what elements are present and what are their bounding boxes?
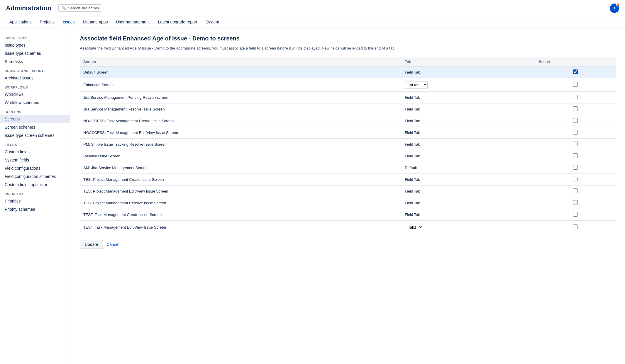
sidebar-item-system-fields[interactable]: System fields <box>0 156 70 164</box>
col-screen-header: Screen <box>80 57 401 67</box>
cell-select[interactable] <box>535 209 616 220</box>
table-row: Default ScreenField Tab <box>80 66 616 78</box>
cell-tab: Field Tab <box>401 127 535 138</box>
cell-tab: Field Tab <box>401 103 535 115</box>
tab-select-1[interactable]: 1st tab2nd tab3rd tab <box>405 81 428 89</box>
sidebar-item-issue-types[interactable]: Issue types <box>0 41 70 49</box>
sidebar-section-browse-and-export: Browse and Export <box>0 66 70 74</box>
row-checkbox-8[interactable] <box>573 165 578 170</box>
row-checkbox-13[interactable] <box>573 224 578 229</box>
sidebar-item-archived-issues[interactable]: Archived issues <box>0 74 70 82</box>
table-row: SM: Jira Service Management ScreenDefaul… <box>80 162 616 174</box>
navbar: ApplicationsProjectsIssuesManage appsUse… <box>0 16 625 28</box>
cell-select[interactable] <box>535 174 616 185</box>
cell-tab: Field Tab <box>401 138 535 150</box>
table-row: TEST: Task Management Create Issue Scree… <box>80 209 616 220</box>
nav-item-issues[interactable]: Issues <box>59 17 78 27</box>
row-checkbox-9[interactable] <box>573 177 578 181</box>
sidebar-item-screen-schemes[interactable]: Screen schemes <box>0 123 70 131</box>
sidebar-item-workflows[interactable]: Workflows <box>0 90 70 98</box>
table-row: TEST: Task Management Edit/View Issue Sc… <box>80 220 616 234</box>
sidebar-item-priority-schemes[interactable]: Priority schemes <box>0 205 70 213</box>
table-row: PM: Simple Issue Tracking Resolve Issue … <box>80 138 616 150</box>
nav-item-applications[interactable]: Applications <box>6 17 35 27</box>
cell-select[interactable] <box>535 115 616 127</box>
row-checkbox-6[interactable] <box>573 142 578 146</box>
notification-badge[interactable]: 1 <box>610 4 619 13</box>
notification-dot <box>616 3 620 6</box>
nav-item-manage-apps[interactable]: Manage apps <box>79 17 111 27</box>
row-checkbox-2[interactable] <box>573 95 578 99</box>
cancel-button[interactable]: Cancel <box>106 240 119 249</box>
search-label: Search Jira admin <box>68 6 99 10</box>
search-icon: 🔍 <box>62 6 66 10</box>
nav-item-latest-upgrade-report[interactable]: Latest upgrade report <box>155 17 201 27</box>
cell-select[interactable] <box>535 103 616 115</box>
row-checkbox-0[interactable] <box>573 69 578 74</box>
cell-tab[interactable]: Tab1Tab2 <box>401 220 535 234</box>
row-checkbox-10[interactable] <box>573 188 578 193</box>
cell-tab: Field Tab <box>401 150 535 162</box>
cell-select[interactable] <box>535 91 616 103</box>
table-row: NOACCESS: Task Management Edit/View Issu… <box>80 127 616 138</box>
sidebar-item-field-configuration-schemes[interactable]: Field configuration schemes <box>0 172 70 181</box>
cell-tab: Field Tab <box>401 197 535 209</box>
sidebar-item-screens[interactable]: Screens <box>0 115 70 123</box>
sidebar-item-field-configurations[interactable]: Field configurations <box>0 164 70 172</box>
sidebar-item-issue-type-screen-schemes[interactable]: Issue type screen schemes <box>0 131 70 140</box>
cell-select[interactable] <box>535 197 616 209</box>
sidebar-item-custom-fields-optimizer[interactable]: Custom fields optimizer <box>0 181 70 189</box>
tab-select-13[interactable]: Tab1Tab2 <box>405 224 423 231</box>
table-row: TES: Project Management Edit/View Issue … <box>80 185 616 197</box>
cell-select[interactable] <box>535 66 616 78</box>
sidebar-section-screens: Screens <box>0 107 70 115</box>
cell-select[interactable] <box>535 185 616 197</box>
row-checkbox-5[interactable] <box>573 130 578 135</box>
row-checkbox-7[interactable] <box>573 153 578 158</box>
cell-screen: Resolve Issue Screen <box>80 150 401 162</box>
row-checkbox-12[interactable] <box>573 212 578 217</box>
cell-select[interactable] <box>535 78 616 91</box>
notification-count: 1 <box>614 6 616 10</box>
table-row: Enhanced Screen1st tab2nd tab3rd tab <box>80 78 616 91</box>
cell-screen: TES: Project Management Resolve Issue Sc… <box>80 197 401 209</box>
cell-tab[interactable]: 1st tab2nd tab3rd tab <box>401 78 535 91</box>
row-checkbox-1[interactable] <box>573 82 578 87</box>
table-row: TES: Project Management Create Issue Scr… <box>80 174 616 185</box>
cell-screen: Jira Service Management Resolve Issue Sc… <box>80 103 401 115</box>
table-row: NOACCESS: Task Management Create Issue S… <box>80 115 616 127</box>
cell-select[interactable] <box>535 138 616 150</box>
cell-tab: Field Tab <box>401 66 535 78</box>
cell-screen: TEST: Task Management Edit/View Issue Sc… <box>80 220 401 234</box>
sidebar-item-issue-type-schemes[interactable]: Issue type schemes <box>0 49 70 57</box>
notification-circle: 1 <box>610 4 619 13</box>
sidebar-item-priorities[interactable]: Priorities <box>0 197 70 205</box>
row-checkbox-11[interactable] <box>573 200 578 205</box>
sidebar-section-issue-types: Issue Types <box>0 33 70 41</box>
cell-screen: NOACCESS: Task Management Create Issue S… <box>80 115 401 127</box>
cell-select[interactable] <box>535 127 616 138</box>
nav-item-user-management[interactable]: User management <box>112 17 153 27</box>
cell-select[interactable] <box>535 162 616 174</box>
table-row: TES: Project Management Resolve Issue Sc… <box>80 197 616 209</box>
table-header-row: Screen Tab Select <box>80 57 616 67</box>
screens-table: Screen Tab Select Default ScreenField Ta… <box>80 57 616 234</box>
nav-item-system[interactable]: System <box>202 17 223 27</box>
update-button[interactable]: Update <box>80 240 103 249</box>
sidebar-item-custom-fields[interactable]: Custom fields <box>0 148 70 156</box>
sidebar-section-priorities: Priorities <box>0 189 70 197</box>
row-checkbox-4[interactable] <box>573 118 578 123</box>
sidebar-item-sub-tasks[interactable]: Sub-tasks <box>0 57 70 66</box>
layout: Issue TypesIssue typesIssue type schemes… <box>0 28 625 364</box>
cell-screen: TEST: Task Management Create Issue Scree… <box>80 209 401 220</box>
table-row: Resolve Issue ScreenField Tab <box>80 150 616 162</box>
nav-item-projects[interactable]: Projects <box>36 17 58 27</box>
sidebar: Issue TypesIssue typesIssue type schemes… <box>0 28 70 364</box>
cell-screen: TES: Project Management Create Issue Scr… <box>80 174 401 185</box>
search-box[interactable]: 🔍 Search Jira admin <box>58 4 102 12</box>
cell-select[interactable] <box>535 220 616 234</box>
form-actions: Update Cancel <box>80 240 616 249</box>
cell-select[interactable] <box>535 150 616 162</box>
row-checkbox-3[interactable] <box>573 106 578 111</box>
sidebar-item-workflow-schemes[interactable]: Workflow schemes <box>0 98 70 107</box>
